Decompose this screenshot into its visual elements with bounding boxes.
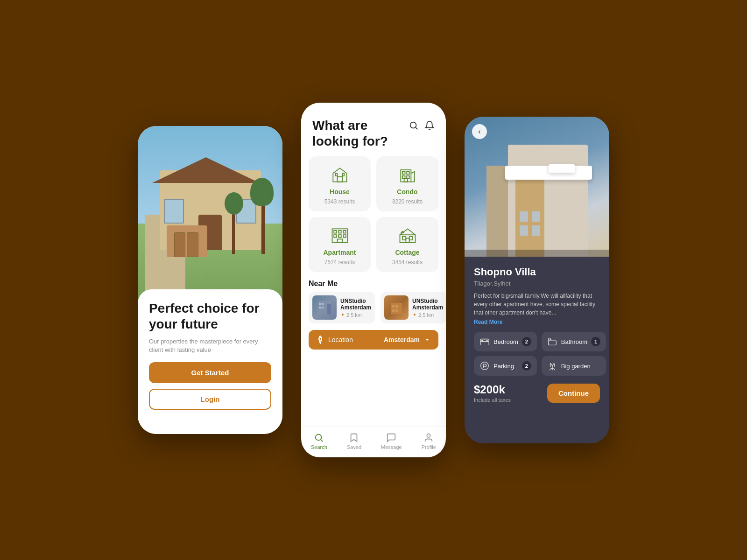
villa-hero-image: ‹: [465, 117, 609, 257]
svg-rect-16: [337, 239, 342, 243]
svg-rect-11: [338, 231, 341, 233]
svg-rect-30: [392, 305, 395, 308]
near-me-list: UNStudio Amsterdam 2,5 km: [301, 292, 446, 323]
villa-location: Tilagor,Sylhet: [474, 280, 600, 287]
location-label: Location: [328, 336, 380, 343]
bathroom-label: Bathroom: [561, 338, 587, 345]
header-actions: [409, 120, 435, 133]
nav-saved[interactable]: Saved: [347, 433, 361, 450]
villa-details: Shopno Villa Tilagor,Sylhet Perfect for …: [465, 257, 609, 443]
near-image-0: [312, 295, 337, 320]
price-row: $200k Include all taxes Continue: [474, 383, 600, 403]
svg-rect-24: [319, 303, 321, 305]
svg-rect-18: [402, 237, 406, 240]
near-me-title: Near Me: [301, 272, 446, 292]
near-name-0: UNStudio Amsterdam: [340, 298, 371, 311]
bedroom-count: 2: [522, 337, 531, 346]
parking-count: 2: [522, 361, 531, 371]
near-item-0[interactable]: UNStudio Amsterdam 2,5 km: [309, 292, 375, 323]
near-dist-0: 2,5 km: [340, 312, 371, 318]
svg-rect-32: [392, 309, 395, 312]
cottage-label: Cottage: [395, 249, 419, 256]
read-more-link[interactable]: Read More: [474, 319, 600, 325]
bottom-nav: Search Saved Message Profile: [301, 427, 446, 457]
svg-rect-29: [391, 303, 402, 314]
svg-rect-15: [343, 235, 346, 238]
category-apartment[interactable]: Apartmant 7574 results: [309, 217, 371, 272]
svg-rect-8: [404, 179, 407, 182]
svg-rect-4: [402, 172, 405, 175]
amenity-bathroom[interactable]: Bathroom 1: [542, 332, 606, 351]
svg-rect-5: [407, 172, 409, 175]
back-button[interactable]: ‹: [472, 124, 487, 139]
nav-message-label: Message: [381, 444, 402, 450]
apartment-label: Apartmant: [323, 249, 356, 256]
price-note: Include all taxes: [474, 397, 511, 403]
house-count: 5343 results: [324, 198, 355, 205]
category-house[interactable]: House 5343 results: [309, 156, 371, 211]
bell-icon[interactable]: [424, 120, 435, 133]
villa-description: Perfect for big/small family.We will all…: [474, 292, 600, 317]
condo-count: 3220 results: [392, 198, 423, 205]
svg-rect-33: [395, 309, 398, 312]
garden-label: Big garden: [561, 363, 591, 370]
svg-rect-10: [334, 231, 337, 233]
near-dist-1: 2,5 km: [412, 312, 443, 318]
near-info-1: UNStudio Amsterdam 2,5 km: [412, 298, 443, 318]
login-button[interactable]: Login: [149, 389, 271, 410]
amenity-garden[interactable]: Big garden: [542, 356, 606, 376]
onboarding-subtitle: Our properties the masterpiece for every…: [149, 337, 271, 354]
svg-point-0: [410, 122, 416, 128]
search-title: What are looking for?: [312, 118, 409, 149]
near-name-1: UNStudio Amsterdam: [412, 298, 443, 311]
svg-line-37: [321, 440, 323, 441]
svg-rect-23: [327, 304, 331, 314]
location-bar[interactable]: Location Amsterdam: [309, 330, 438, 350]
svg-point-38: [427, 434, 430, 437]
category-cottage[interactable]: Cottage 3454 results: [376, 217, 438, 272]
apartment-count: 7574 results: [324, 259, 355, 266]
near-image-1: [384, 295, 409, 320]
svg-rect-27: [322, 307, 324, 308]
nav-saved-label: Saved: [347, 444, 361, 450]
house-hero-image: [138, 126, 282, 303]
nav-search-label: Search: [311, 444, 327, 450]
amenity-bedroom[interactable]: Bedroom 2: [474, 332, 537, 351]
bathroom-count: 1: [591, 337, 600, 346]
svg-point-41: [481, 362, 489, 370]
svg-rect-13: [334, 235, 337, 238]
svg-rect-2: [337, 177, 342, 182]
continue-button[interactable]: Continue: [547, 384, 600, 403]
bedroom-label: Bedroom: [493, 338, 518, 345]
svg-point-36: [316, 434, 322, 441]
nav-search[interactable]: Search: [311, 433, 327, 450]
amenity-parking[interactable]: Parking 2: [474, 356, 537, 376]
near-item-1[interactable]: UNStudio Amsterdam 2,5 km: [381, 292, 446, 323]
category-condo[interactable]: Condo 3220 results: [376, 156, 438, 211]
svg-rect-25: [322, 303, 324, 305]
svg-rect-14: [338, 235, 341, 238]
phone-onboarding: Perfect choice for your future Our prope…: [138, 126, 282, 434]
near-info-0: UNStudio Amsterdam 2,5 km: [340, 298, 371, 318]
phone-search: What are looking for? House 5343 r: [301, 103, 446, 457]
svg-rect-26: [319, 307, 321, 308]
parking-label: Parking: [493, 363, 514, 370]
svg-rect-19: [409, 237, 412, 240]
nav-profile-label: Profile: [422, 444, 436, 450]
get-started-button[interactable]: Get Started: [149, 362, 271, 383]
price-value: $200k: [474, 383, 511, 396]
svg-rect-20: [406, 238, 409, 243]
price-block: $200k Include all taxes: [474, 383, 511, 403]
amenities-grid: Bedroom 2 Bathroom 1 Parking: [474, 332, 600, 376]
svg-rect-12: [343, 231, 346, 233]
cottage-count: 3454 results: [392, 259, 423, 266]
condo-label: Condo: [397, 188, 417, 196]
svg-rect-31: [395, 305, 398, 308]
nav-message[interactable]: Message: [381, 433, 402, 450]
onboarding-content: Perfect choice for your future Our prope…: [138, 289, 282, 434]
location-value: Amsterdam: [384, 336, 420, 343]
nav-profile[interactable]: Profile: [422, 433, 436, 450]
svg-point-40: [550, 339, 551, 340]
search-icon[interactable]: [409, 120, 419, 133]
search-header: What are looking for?: [301, 103, 446, 156]
